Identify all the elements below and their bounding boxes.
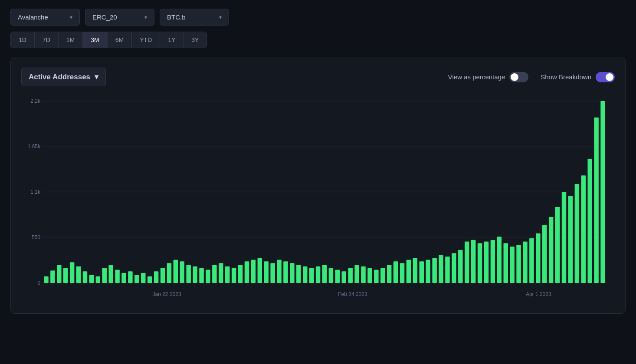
token-dropdown[interactable]: BTC.b ▾	[160, 9, 229, 26]
svg-rect-18	[96, 276, 100, 283]
time-btn-1d[interactable]: 1D	[11, 32, 35, 48]
token-chevron-icon: ▾	[219, 14, 222, 20]
svg-rect-88	[549, 217, 553, 283]
show-breakdown-toggle[interactable]	[596, 72, 615, 82]
svg-rect-50	[303, 266, 307, 283]
token-type-chevron-icon: ▾	[144, 14, 147, 20]
svg-rect-21	[115, 270, 119, 283]
svg-text:0: 0	[37, 280, 40, 286]
svg-rect-12	[57, 265, 61, 283]
bar-chart: 05501.1k1.65k2.2kJan 22 2023Feb 24 2023A…	[21, 97, 615, 305]
svg-rect-57	[348, 268, 352, 283]
svg-rect-76	[471, 240, 475, 283]
svg-rect-37	[219, 263, 223, 283]
chart-title: Active Addresses	[29, 73, 90, 81]
svg-rect-24	[134, 275, 139, 283]
show-breakdown-label: Show Breakdown	[541, 73, 591, 81]
svg-rect-92	[575, 184, 579, 283]
svg-rect-72	[445, 257, 449, 283]
svg-text:1.65k: 1.65k	[28, 143, 41, 150]
svg-rect-61	[374, 270, 378, 283]
svg-rect-10	[44, 276, 48, 283]
network-chevron-icon: ▾	[70, 14, 72, 20]
svg-rect-14	[70, 262, 74, 283]
svg-rect-87	[542, 225, 547, 283]
svg-rect-94	[587, 159, 592, 283]
token-type-label: ERC_20	[92, 13, 117, 21]
svg-rect-93	[581, 176, 586, 283]
svg-text:Feb 24 2023: Feb 24 2023	[338, 291, 367, 297]
svg-rect-45	[270, 263, 275, 283]
svg-rect-69	[426, 260, 430, 283]
svg-rect-16	[83, 271, 87, 283]
svg-rect-20	[108, 265, 113, 283]
svg-text:Apr 1 2023: Apr 1 2023	[526, 291, 551, 297]
time-btn-1y[interactable]: 1Y	[160, 32, 184, 48]
svg-rect-64	[393, 261, 398, 283]
svg-rect-51	[309, 268, 314, 283]
svg-rect-42	[251, 260, 256, 283]
top-controls: Avalanche ▾ ERC_20 ▾ BTC.b ▾ 1D7D1M3M6MY…	[10, 9, 626, 48]
network-label: Avalanche	[18, 13, 48, 21]
chart-title-button[interactable]: Active Addresses ▾	[21, 68, 106, 86]
svg-rect-54	[329, 268, 333, 283]
svg-rect-55	[335, 270, 340, 283]
svg-rect-79	[491, 240, 495, 283]
chart-controls: View as percentage Show Breakdown	[448, 72, 615, 82]
svg-text:Jan 22 2023: Jan 22 2023	[153, 291, 181, 297]
show-breakdown-group: Show Breakdown	[541, 72, 615, 82]
svg-rect-19	[102, 268, 107, 283]
network-dropdown[interactable]: Avalanche ▾	[10, 9, 80, 26]
svg-rect-91	[568, 196, 573, 283]
time-btn-1m[interactable]: 1M	[59, 32, 83, 48]
svg-rect-82	[510, 247, 514, 283]
svg-rect-43	[258, 258, 262, 283]
svg-rect-81	[504, 243, 508, 283]
view-as-percentage-toggle[interactable]	[509, 72, 528, 82]
time-btn-6m[interactable]: 6M	[108, 32, 132, 48]
svg-rect-41	[245, 261, 249, 283]
svg-rect-39	[232, 268, 236, 283]
svg-rect-46	[277, 260, 281, 283]
time-btn-3y[interactable]: 3Y	[184, 32, 207, 48]
chart-area: 05501.1k1.65k2.2kJan 22 2023Feb 24 2023A…	[21, 97, 615, 305]
time-btn-7d[interactable]: 7D	[35, 32, 59, 48]
svg-rect-66	[407, 260, 411, 283]
chart-card: Active Addresses ▾ View as percentage Sh…	[10, 57, 626, 314]
svg-rect-48	[290, 263, 294, 283]
svg-rect-95	[594, 117, 598, 283]
svg-rect-86	[536, 233, 540, 283]
svg-rect-29	[167, 263, 171, 283]
svg-rect-17	[89, 275, 94, 283]
svg-rect-30	[174, 260, 178, 283]
svg-rect-90	[562, 192, 566, 283]
svg-rect-11	[50, 270, 55, 283]
svg-rect-71	[439, 255, 443, 283]
view-as-percentage-group: View as percentage	[448, 72, 528, 82]
show-breakdown-knob	[606, 73, 613, 81]
svg-rect-36	[212, 265, 216, 283]
token-type-dropdown[interactable]: ERC_20 ▾	[85, 9, 154, 26]
time-btn-3m[interactable]: 3M	[83, 32, 107, 48]
svg-rect-38	[225, 266, 229, 283]
chart-header: Active Addresses ▾ View as percentage Sh…	[21, 68, 615, 86]
svg-rect-77	[478, 243, 482, 283]
svg-rect-83	[516, 245, 521, 283]
time-btn-ytd[interactable]: YTD	[132, 32, 160, 48]
svg-rect-32	[186, 265, 190, 283]
svg-rect-65	[400, 263, 404, 283]
time-range-selector: 1D7D1M3M6MYTD1Y3Y	[10, 32, 207, 48]
svg-rect-63	[387, 265, 391, 283]
svg-rect-62	[380, 268, 385, 283]
svg-rect-56	[342, 271, 346, 283]
svg-rect-13	[63, 268, 68, 283]
svg-rect-58	[354, 265, 359, 283]
svg-rect-80	[497, 237, 502, 283]
svg-rect-85	[529, 238, 534, 283]
svg-rect-60	[367, 268, 372, 283]
svg-rect-53	[322, 265, 327, 283]
svg-text:1.1k: 1.1k	[30, 189, 41, 195]
svg-rect-33	[193, 266, 197, 283]
view-as-percentage-label: View as percentage	[448, 73, 505, 81]
svg-rect-27	[154, 271, 158, 283]
